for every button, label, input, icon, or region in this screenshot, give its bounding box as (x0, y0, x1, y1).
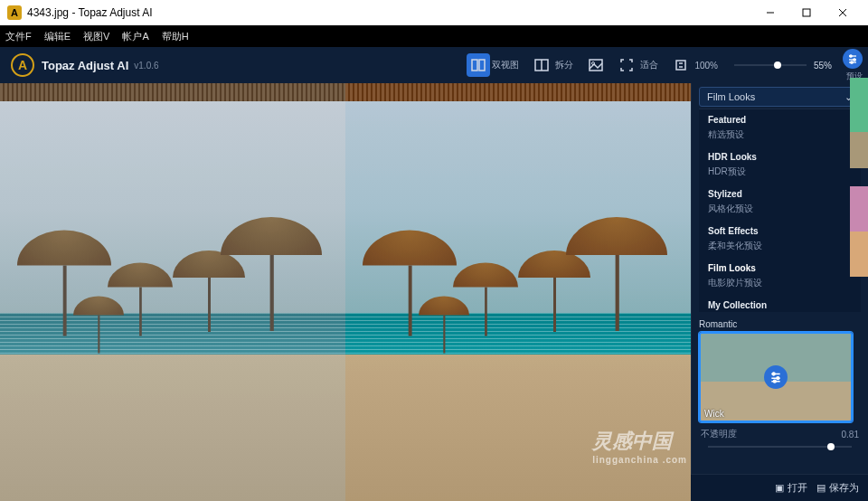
svg-rect-5 (479, 60, 485, 71)
menu-edit[interactable]: 编辑E (44, 30, 71, 43)
preset-thumb-partial-1[interactable] (850, 78, 868, 168)
presets-settings-button[interactable] (843, 49, 863, 69)
category-hdr-looks[interactable]: HDR LooksHDR预设 (699, 147, 861, 184)
adjust-icon[interactable] (764, 365, 788, 389)
app-name: Topaz Adjust AI (42, 59, 128, 72)
svg-point-20 (777, 377, 779, 380)
titlebar: A 4343.jpg - Topaz Adjust AI (0, 0, 868, 25)
partial-thumbs (850, 78, 868, 295)
sidebar: Film Looks ⌄ Featured精选预设 HDR LooksHDR预设… (691, 83, 868, 501)
zoom-100-button[interactable] (669, 53, 693, 77)
save-as-button[interactable]: ▤ 保存为 (816, 481, 859, 495)
preset-name: Wick (704, 409, 724, 419)
svg-point-16 (851, 61, 853, 63)
preset-thumb-selected[interactable]: Wick (699, 332, 853, 422)
svg-rect-4 (472, 60, 477, 71)
main-area: Film Looks ⌄ Featured精选预设 HDR LooksHDR预设… (0, 83, 868, 501)
before-image (0, 83, 345, 501)
zoom-100-label: 100% (694, 61, 718, 71)
toolbar: A Topaz Adjust AI v1.0.6 双视图 拆分 适合 100% … (0, 47, 868, 83)
menu-view[interactable]: 视图V (83, 30, 109, 43)
open-button[interactable]: ▣ 打开 (775, 481, 807, 495)
category-featured[interactable]: Featured精选预设 (699, 109, 861, 147)
app-logo-icon: A (11, 53, 34, 77)
svg-rect-1 (803, 9, 810, 16)
viewport[interactable] (0, 83, 691, 501)
app-version: v1.0.6 (134, 61, 158, 71)
menu-account[interactable]: 帐户A (122, 30, 148, 43)
folder-icon: ▣ (775, 482, 784, 494)
preset-group-label: Romantic (699, 319, 861, 329)
svg-point-12 (850, 55, 852, 57)
preset-thumb-partial-2[interactable] (850, 186, 868, 277)
category-my-collection[interactable]: My Collection (699, 295, 861, 312)
window-title: 4343.jpg - Topaz Adjust AI (27, 6, 153, 19)
opacity-value: 0.81 (842, 430, 859, 440)
opacity-row: 不透明度 0.81 (692, 426, 868, 446)
menubar: 文件F 编辑E 视图V 帐户A 帮助H (0, 25, 868, 47)
fit-button[interactable] (615, 53, 638, 77)
split-view-label: 拆分 (555, 59, 573, 71)
zoom-percent: 55% (814, 61, 832, 71)
maximize-button[interactable] (788, 0, 825, 25)
category-dropdown[interactable]: Film Looks ⌄ (699, 87, 861, 107)
footer: ▣ 打开 ▤ 保存为 (691, 474, 868, 501)
category-soft-effects[interactable]: Soft Effects柔和美化预设 (699, 221, 861, 258)
svg-rect-10 (676, 61, 685, 70)
preset-thumbs: Romantic Wick (692, 312, 868, 426)
category-list: Featured精选预设 HDR LooksHDR预设 Stylized风格化预… (699, 109, 861, 312)
opacity-slider[interactable] (708, 446, 852, 448)
dual-view-button[interactable] (467, 53, 490, 77)
opacity-label: 不透明度 (701, 428, 737, 440)
split-view-button[interactable] (530, 53, 553, 77)
category-stylized[interactable]: Stylized风格化预设 (699, 184, 861, 221)
svg-point-18 (772, 373, 775, 375)
svg-point-22 (773, 380, 776, 383)
fit-label: 适合 (640, 59, 658, 71)
dropdown-value: Film Looks (707, 91, 755, 102)
category-film-looks[interactable]: Film Looks电影胶片预设 (699, 258, 861, 295)
close-button[interactable] (825, 0, 861, 25)
minimize-button[interactable] (752, 0, 788, 25)
svg-point-14 (854, 59, 855, 61)
save-icon: ▤ (816, 482, 826, 494)
after-image (345, 83, 691, 501)
image-mode-button[interactable] (584, 53, 608, 77)
dual-view-label: 双视图 (492, 59, 519, 71)
menu-help[interactable]: 帮助H (162, 30, 189, 43)
menu-file[interactable]: 文件F (5, 30, 32, 43)
app-icon-small: A (7, 5, 22, 20)
zoom-slider[interactable] (734, 64, 807, 66)
